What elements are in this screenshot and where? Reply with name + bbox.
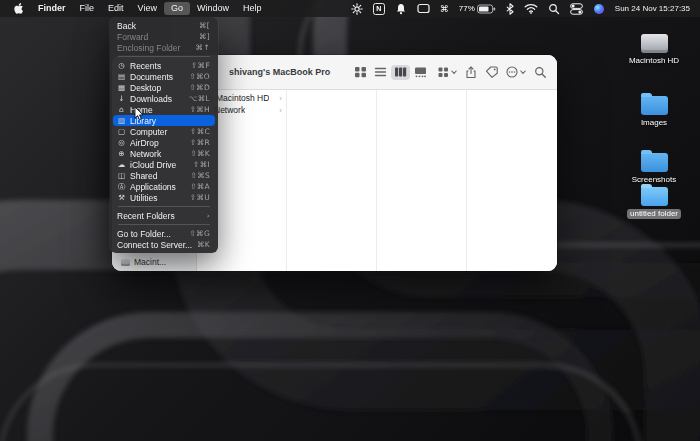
menu-item-shared[interactable]: ◫ Shared ⇧⌘S [113,170,215,181]
menu-item-label: Documents [130,72,173,82]
menu-item-shortcut: ⇧⌘I [193,160,210,169]
view-grid-button[interactable] [351,65,370,80]
toolbar-search-button[interactable] [534,64,547,80]
sidebar-item-macintosh-hd[interactable]: Macint... [121,257,166,267]
clock-icon: ◷ [117,62,126,70]
notifications-menu-extra[interactable] [390,0,412,17]
wifi-menu-extra[interactable] [519,0,543,17]
column-browser: Macintosh HD › Network › [197,90,557,271]
share-button[interactable] [465,64,477,80]
menu-item-forward: Forward ⌘] [113,31,215,42]
spotlight-menu-extra[interactable] [543,0,565,17]
gear-menu-extra[interactable] [346,0,368,17]
menu-item-shortcut: ⇧⌘U [190,193,210,202]
chevron-down-icon [520,70,526,75]
browser-column-4[interactable] [467,90,557,271]
menu-item-connect-to-server[interactable]: Connect to Server... ⌘K [113,239,215,250]
menu-item-utilities[interactable]: ⚒ Utilities ⇧⌘U [113,192,215,203]
home-icon: ⌂ [117,106,126,114]
desktop-icon: ▦ [117,84,126,92]
menu-item-icloud-drive[interactable]: ☁ iCloud Drive ⇧⌘I [113,159,215,170]
menu-item-shortcut: ⇧⌘C [190,127,210,136]
menu-item-recents[interactable]: ◷ Recents ⇧⌘F [113,60,215,71]
menu-item-airdrop[interactable]: ◎ AirDrop ⇧⌘R [113,137,215,148]
desktop-icon-images[interactable]: Images [627,92,681,128]
menu-view[interactable]: View [131,2,164,15]
menu-item-shortcut: ⌘↑ [196,43,210,52]
desktop-icon-macintosh-hd[interactable]: Macintosh HD [627,34,681,66]
menu-edit[interactable]: Edit [101,2,131,15]
menu-item-enclosing-folder: Enclosing Folder ⌘↑ [113,42,215,53]
battery-menu-extra[interactable]: 77% [454,0,501,17]
network-globe-icon: ⊕ [117,150,126,158]
more-button[interactable] [506,64,526,80]
wifi-icon [524,3,538,14]
display-menu-extra[interactable] [412,0,435,17]
menu-item-documents[interactable]: ▤ Documents ⇧⌘O [113,71,215,82]
browser-column-3[interactable] [377,90,467,271]
browser-item-label: Macintosh HD [216,93,269,103]
menu-window[interactable]: Window [190,2,236,15]
menu-help[interactable]: Help [236,2,269,15]
battery-icon [477,4,496,14]
view-list-button[interactable] [371,65,390,80]
group-icon [438,67,449,78]
menu-item-go-to-folder[interactable]: Go to Folder... ⇧⌘G [113,228,215,239]
siri-icon [593,3,605,15]
menu-bar-clock[interactable]: Sun 24 Nov 15:27:35 [610,4,694,13]
shared-folder-icon: ◫ [117,172,126,180]
view-gallery-button[interactable] [411,65,430,80]
siri-menu-extra[interactable] [588,0,610,17]
menu-item-shortcut: ⇧⌘O [189,72,210,81]
control-center-menu-extra[interactable] [565,0,588,17]
group-button[interactable] [438,64,457,80]
desktop-icon-screenshots[interactable]: Screenshots [627,149,681,185]
chevron-down-icon [451,70,457,75]
utilities-icon: ⚒ [117,194,126,202]
menu-item-label: Connect to Server... [117,240,192,250]
menu-item-shortcut: ⇧⌘R [190,138,210,147]
menu-item-back[interactable]: Back ⌘[ [113,20,215,31]
menu-file[interactable]: File [73,2,102,15]
tags-button[interactable] [485,64,498,80]
menu-item-network[interactable]: ⊕ Network ⇧⌘K [113,148,215,159]
menu-item-home[interactable]: ⌂ Home ⇧⌘H [113,104,215,115]
tags-icon [485,66,498,78]
view-columns-button[interactable] [391,65,410,80]
desktop: Macintosh HD Images Screenshots untitled… [0,0,700,441]
submenu-arrow-icon: › [279,106,282,115]
menu-item-label: Recents [130,61,161,71]
apple-menu[interactable] [6,2,31,15]
menu-item-downloads[interactable]: ↓ Downloads ⌥⌘L [113,93,215,104]
cloud-icon: ☁ [117,161,126,169]
menu-go[interactable]: Go [164,2,190,15]
menu-item-label: Forward [117,32,148,42]
menu-item-applications[interactable]: Ⓐ Applications ⇧⌘A [113,181,215,192]
browser-column-2[interactable] [287,90,377,271]
menu-item-shortcut: ⌘K [197,240,210,249]
apple-logo-icon [13,2,24,15]
menu-item-shortcut: ⇧⌘F [191,61,210,70]
applications-icon: Ⓐ [117,183,126,191]
hard-drive-icon [641,34,668,53]
desktop-icon-untitled-folder[interactable]: untitled folder [627,183,681,219]
menu-item-recent-folders[interactable]: Recent Folders › [113,210,215,221]
bluetooth-menu-extra[interactable] [501,0,519,17]
command-menu-extra[interactable]: ⌘ [435,0,454,17]
notion-menu-extra[interactable]: N [368,0,390,17]
menu-item-computer[interactable]: ▢ Computer ⇧⌘C [113,126,215,137]
control-center-icon [570,3,583,15]
menu-item-shortcut: ⇧⌘G [190,229,211,238]
menu-item-desktop[interactable]: ▦ Desktop ⇧⌘D [113,82,215,93]
notion-badge-icon: N [373,3,385,15]
browser-item-label: Network [214,105,245,115]
menu-item-label: Back [117,21,136,31]
toolbar-search-icon [534,66,547,79]
menu-bar: Finder File Edit View Go Window Help [0,0,700,17]
sidebar-item-label: Macint... [134,257,166,267]
menu-item-label: Applications [130,182,176,192]
menu-finder[interactable]: Finder [31,2,73,15]
menu-item-library[interactable]: ▥ Library [113,115,215,126]
share-icon [465,66,477,79]
menu-item-shortcut: ⇧⌘D [190,83,210,92]
